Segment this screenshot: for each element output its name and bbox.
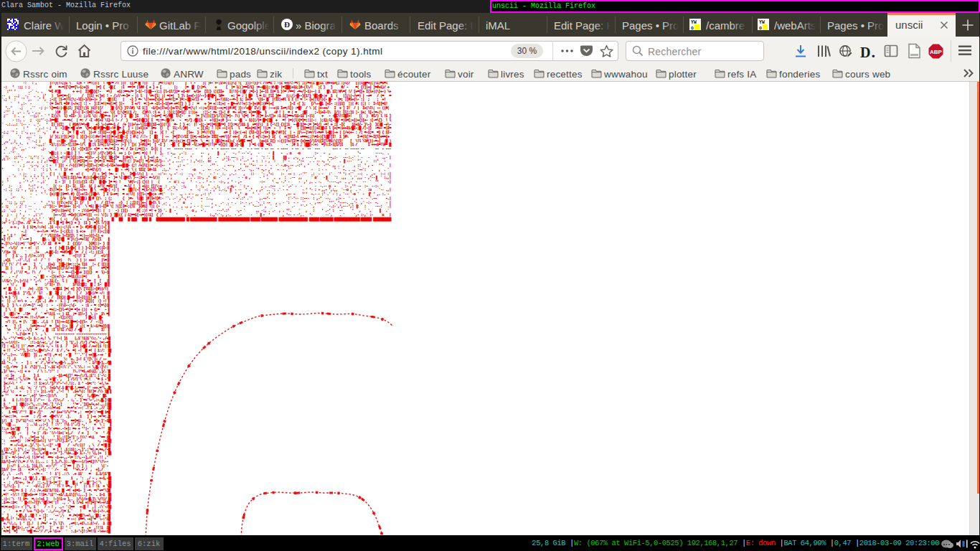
svg-text:ABP: ABP (930, 49, 943, 55)
svg-text:YW: YW (691, 20, 697, 25)
svg-text:YW: YW (759, 20, 765, 25)
svg-text:Đ: Đ (284, 20, 290, 29)
svg-text:o: o (759, 26, 762, 31)
svg-text:o: o (691, 26, 694, 31)
